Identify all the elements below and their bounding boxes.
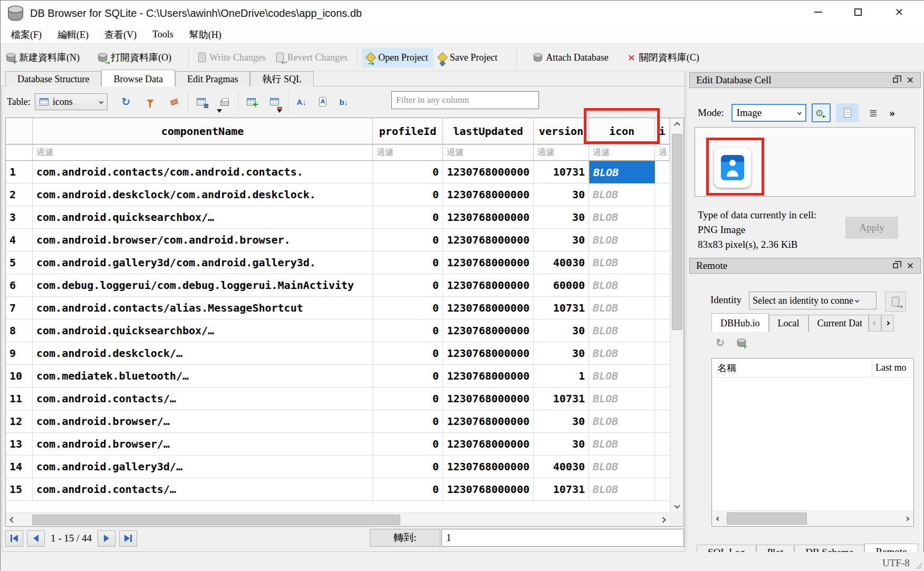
row-number[interactable]: 6 (6, 274, 33, 297)
cell-componentName[interactable]: com.android.gallery3d/com.android.galler… (33, 251, 373, 274)
row-number[interactable]: 13 (6, 433, 33, 456)
cell-version[interactable]: 30 (534, 433, 589, 456)
upload-database-icon[interactable]: + (737, 338, 745, 347)
menu-help[interactable]: 幫助(H) (185, 27, 226, 42)
vertical-scrollbar[interactable] (670, 118, 684, 512)
clear-filters-button[interactable] (141, 92, 159, 111)
row-number[interactable]: 7 (6, 297, 33, 320)
filter-input-version[interactable]: 過濾 (534, 144, 589, 160)
cell-icon-blob[interactable]: BLOB (589, 433, 655, 456)
row-number[interactable]: 12 (6, 410, 33, 433)
cell-componentName[interactable]: com.mediatek.bluetooth/… (33, 365, 373, 388)
cell-icon-blob[interactable]: BLOB (589, 478, 655, 501)
cell-lastUpdated[interactable]: 1230768000000 (443, 183, 534, 206)
cell-componentName[interactable]: com.android.quicksearchbox/… (33, 206, 373, 229)
cell-lastUpdated[interactable]: 1230768000000 (443, 320, 534, 342)
cell-componentName[interactable]: com.android.browser/… (33, 410, 373, 433)
identity-apply-button[interactable]: → (885, 292, 906, 312)
cell-version[interactable]: 10731 (534, 161, 589, 183)
table-row[interactable]: 12com.android.browser/…0123076800000030B… (6, 410, 670, 433)
cell-version[interactable]: 30 (534, 410, 589, 433)
cell-componentName[interactable]: com.android.contacts/… (33, 388, 373, 410)
print-button[interactable] (216, 92, 234, 111)
last-record-button[interactable] (119, 530, 137, 547)
remote-scrollbar-thumb[interactable] (727, 512, 807, 525)
row-number[interactable]: 15 (6, 478, 33, 501)
tab-scroll-left-button[interactable] (869, 315, 881, 332)
scroll-right-button[interactable] (656, 513, 670, 527)
row-number[interactable]: 2 (6, 183, 33, 206)
scroll-right-button[interactable] (901, 511, 913, 526)
col-header-profileId[interactable]: profileId (373, 118, 443, 144)
cell-lastUpdated[interactable]: 1230768000000 (443, 456, 534, 478)
table-row[interactable]: 15com.android.contacts/…0123076800000010… (6, 478, 670, 501)
word-wrap-button[interactable]: ≣ (864, 103, 882, 122)
cell-lastUpdated[interactable]: 1230768000000 (443, 274, 534, 297)
table-select[interactable]: icons (35, 93, 108, 110)
first-record-button[interactable] (5, 530, 23, 547)
cell-lastUpdated[interactable]: 1230768000000 (443, 365, 534, 388)
cell-icon-blob[interactable]: BLOB (589, 251, 655, 274)
cell-profileId[interactable]: 0 (373, 297, 443, 320)
clear-sort-button[interactable] (166, 92, 184, 111)
close-button[interactable]: ✕ (884, 1, 914, 24)
overflow-button[interactable]: » (890, 107, 896, 120)
cell-icon-blob[interactable]: BLOB (589, 206, 655, 229)
cell-componentName[interactable]: com.android.contacts/com.android.contact… (33, 161, 373, 183)
remote-horizontal-scrollbar[interactable] (712, 510, 913, 526)
import-data-button[interactable]: ⚙ (812, 103, 831, 122)
table-row[interactable]: 13com.android.browser/…0123076800000030B… (6, 433, 670, 456)
cell-componentName[interactable]: com.android.quicksearchbox/… (33, 320, 373, 342)
cell-lastUpdated[interactable]: 1230768000000 (443, 229, 534, 251)
row-number[interactable]: 9 (6, 342, 33, 365)
menu-tools[interactable]: Tools (148, 28, 178, 41)
row-number[interactable]: 4 (6, 229, 33, 251)
cell-lastUpdated[interactable]: 1230768000000 (443, 297, 534, 320)
col-header-version[interactable]: version (534, 118, 589, 144)
cell-profileId[interactable]: 0 (373, 365, 443, 388)
tab-execute-sql[interactable]: 執行 SQL (250, 71, 314, 86)
cell-profileId[interactable]: 0 (373, 320, 443, 342)
remote-col-last-modified[interactable]: Last mo (872, 359, 913, 377)
cell-profileId[interactable]: 0 (373, 251, 443, 274)
table-row[interactable]: 9com.android.deskclock/…0123076800000030… (6, 342, 670, 365)
tab-scroll-right-button[interactable] (881, 315, 894, 332)
cell-lastUpdated[interactable]: 1230768000000 (443, 251, 534, 274)
previous-record-button[interactable] (27, 530, 45, 547)
cell-version[interactable]: 40030 (534, 456, 589, 478)
revert-changes-button[interactable]: ↩ Revert Changes (271, 48, 353, 67)
close-dock-icon[interactable]: ✕ (907, 260, 914, 271)
resize-grip-icon[interactable] (915, 562, 922, 569)
table-row[interactable]: 4com.android.browser/com.android.browser… (6, 229, 670, 251)
cell-profileId[interactable]: 0 (373, 161, 443, 183)
maximize-button[interactable] (843, 1, 873, 24)
cell-version[interactable]: 30 (534, 183, 589, 206)
cell-lastUpdated[interactable]: 1230768000000 (443, 161, 534, 183)
identity-select[interactable]: Select an identity to conne (749, 292, 877, 309)
cell-componentName[interactable]: com.android.gallery3d/… (33, 456, 373, 478)
menu-view[interactable]: 查看(V) (100, 27, 141, 42)
filter-any-column-input[interactable] (391, 91, 539, 109)
cell-icon-blob[interactable]: BLOB (589, 161, 655, 183)
cell-lastUpdated[interactable]: 1230768000000 (443, 478, 534, 501)
scroll-down-button[interactable] (670, 499, 684, 512)
refresh-icon[interactable]: ↻ (716, 336, 725, 349)
col-header-lastUpdated[interactable]: lastUpdated (443, 118, 534, 144)
table-row[interactable]: 3com.android.quicksearchbox/…01230768000… (6, 206, 670, 229)
next-record-button[interactable] (98, 530, 116, 547)
sort-desc-button[interactable]: b↓ (335, 92, 353, 111)
cell-componentName[interactable]: com.debug.loggerui/com.debug.loggerui.Ma… (33, 274, 373, 297)
scroll-up-button[interactable] (670, 118, 684, 132)
new-database-button[interactable]: + 新建資料庫(N) (1, 47, 85, 68)
menu-file[interactable]: 檔案(F) (7, 27, 46, 42)
col-header-componentName[interactable]: componentName (33, 118, 373, 144)
cell-icon-blob[interactable]: BLOB (589, 229, 655, 251)
attach-database-button[interactable]: Attach Database (527, 48, 613, 67)
float-dock-icon[interactable] (893, 263, 898, 268)
row-number[interactable]: 5 (6, 251, 33, 274)
cell-componentName[interactable]: com.android.browser/… (33, 433, 373, 456)
cell-profileId[interactable]: 0 (373, 274, 443, 297)
filter-input-profileId[interactable]: 過濾 (373, 144, 443, 160)
horizontal-scrollbar-thumb[interactable] (32, 515, 400, 525)
cell-profileId[interactable]: 0 (373, 410, 443, 433)
